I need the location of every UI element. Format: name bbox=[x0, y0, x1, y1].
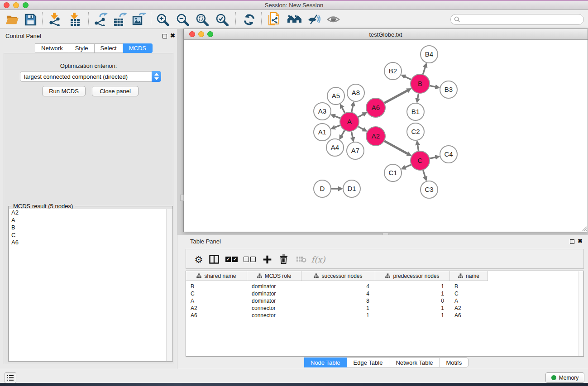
graph-edge[interactable] bbox=[417, 145, 418, 151]
hide-graphics-button[interactable] bbox=[306, 12, 322, 27]
zoom-out-button[interactable] bbox=[175, 12, 190, 27]
table-cell[interactable]: A bbox=[186, 297, 247, 305]
table-tab[interactable]: Node Table bbox=[304, 357, 347, 367]
search-box[interactable] bbox=[450, 14, 584, 25]
control-panel-tab[interactable]: Select bbox=[95, 43, 123, 53]
table-cell[interactable]: A6 bbox=[186, 312, 247, 319]
graph-edge[interactable] bbox=[358, 114, 363, 117]
network-titlebar[interactable]: testGlobe.txt bbox=[184, 29, 588, 40]
graph-edge[interactable] bbox=[405, 76, 411, 79]
table-row[interactable]: A6connector11A6 bbox=[186, 312, 583, 319]
select-all-button[interactable] bbox=[224, 252, 239, 267]
ndex-import-button[interactable] bbox=[266, 12, 282, 27]
close-table-panel-icon[interactable]: ✖ bbox=[578, 238, 583, 244]
task-history-button[interactable] bbox=[5, 372, 16, 383]
column-header[interactable]: successor nodes bbox=[301, 271, 375, 281]
table-tab[interactable]: Edge Table bbox=[347, 357, 390, 367]
mcds-result-item[interactable]: C bbox=[9, 232, 172, 239]
apply-layout-button[interactable] bbox=[241, 12, 257, 27]
graph-edge[interactable] bbox=[351, 132, 353, 138]
graph-edge[interactable] bbox=[342, 108, 345, 113]
network-canvas[interactable]: B4B2BB3A8A5A6A3B1AA1C2A2A4A7C4CC1C3DD1 bbox=[184, 40, 588, 232]
table-cell[interactable]: dominator bbox=[247, 283, 301, 290]
export-table-button[interactable] bbox=[112, 12, 127, 27]
table-cell[interactable]: connector bbox=[247, 305, 301, 312]
graph-edge[interactable] bbox=[384, 91, 407, 103]
column-header[interactable]: MCDS role bbox=[247, 271, 301, 281]
resize-grip-icon[interactable] bbox=[581, 225, 587, 231]
graph-edge[interactable] bbox=[423, 67, 425, 74]
table-cell[interactable]: 1 bbox=[375, 312, 450, 319]
mcds-result-item[interactable]: A6 bbox=[9, 239, 172, 247]
table-cell[interactable]: B bbox=[186, 283, 247, 290]
table-cell[interactable]: 4 bbox=[301, 290, 375, 297]
table-cell[interactable]: 1 bbox=[301, 305, 375, 312]
search-input[interactable] bbox=[460, 15, 583, 24]
delete-row-button[interactable] bbox=[276, 252, 291, 267]
table-cell[interactable]: C bbox=[186, 290, 247, 297]
table-cell[interactable]: A2 bbox=[450, 305, 488, 312]
table-row[interactable]: Adominator80A bbox=[186, 297, 583, 305]
control-panel-tab[interactable]: MCDS bbox=[123, 43, 153, 53]
table-cell[interactable]: 0 bbox=[375, 297, 450, 305]
open-session-button[interactable] bbox=[5, 12, 20, 27]
table-row[interactable]: A2connector11A2 bbox=[186, 305, 583, 312]
table-tab[interactable]: Network Table bbox=[389, 357, 440, 367]
table-cell[interactable]: A bbox=[450, 297, 488, 305]
run-mcds-button[interactable]: Run MCDS bbox=[42, 86, 86, 96]
close-panel-icon[interactable]: ✖ bbox=[170, 32, 175, 39]
list-scrollbar[interactable] bbox=[166, 209, 172, 361]
table-cell[interactable]: dominator bbox=[247, 290, 301, 297]
table-cell[interactable]: 1 bbox=[375, 290, 450, 297]
criterion-dropdown[interactable]: largest connected component (directed) bbox=[20, 71, 161, 82]
table-cell[interactable]: connector bbox=[247, 312, 301, 319]
zoom-selected-button[interactable] bbox=[214, 12, 229, 27]
close-panel-button[interactable]: Close panel bbox=[92, 86, 139, 96]
zoom-in-button[interactable] bbox=[155, 12, 170, 27]
control-panel-tab[interactable]: Network bbox=[35, 43, 69, 53]
table-cell[interactable]: A2 bbox=[186, 305, 247, 312]
table-cell[interactable]: 1 bbox=[375, 305, 450, 312]
save-session-button[interactable] bbox=[23, 12, 38, 27]
control-panel-tab[interactable]: Style bbox=[69, 43, 95, 53]
graph-edge[interactable] bbox=[335, 125, 340, 128]
cybrowser-button[interactable] bbox=[287, 12, 302, 27]
graph-edge[interactable] bbox=[335, 116, 340, 118]
delete-table-button[interactable] bbox=[294, 252, 309, 267]
network-graph[interactable]: B4B2BB3A8A5A6A3B1AA1C2A2A4A7C4CC1C3DD1 bbox=[184, 40, 588, 232]
export-image-button[interactable] bbox=[131, 12, 146, 27]
table-cell[interactable]: C bbox=[450, 290, 488, 297]
graph-edge[interactable] bbox=[418, 94, 419, 99]
table-cell[interactable]: A6 bbox=[450, 312, 488, 319]
import-network-button[interactable] bbox=[47, 12, 62, 27]
splitter-handle[interactable] bbox=[180, 195, 184, 201]
mcds-result-list[interactable]: A2 A B C A6 bbox=[9, 209, 172, 361]
function-builder-button[interactable]: f(x) bbox=[309, 252, 327, 267]
add-row-button[interactable] bbox=[260, 252, 274, 267]
table-row[interactable]: Cdominator41C bbox=[186, 290, 583, 297]
export-network-button[interactable] bbox=[93, 12, 108, 27]
graph-edge[interactable] bbox=[430, 157, 435, 158]
table-row[interactable]: Bdominator41B bbox=[186, 283, 583, 290]
table-cell[interactable]: dominator bbox=[247, 297, 301, 305]
table-cell[interactable]: 1 bbox=[301, 312, 375, 319]
graph-edge[interactable] bbox=[358, 127, 363, 129]
float-table-panel-icon[interactable] bbox=[570, 239, 574, 244]
float-panel-icon[interactable] bbox=[163, 34, 167, 38]
graph-edge[interactable] bbox=[405, 165, 411, 167]
mcds-result-item[interactable]: A bbox=[9, 217, 172, 224]
zoom-fit-button[interactable] bbox=[194, 12, 210, 27]
mcds-result-item[interactable]: B bbox=[9, 224, 172, 232]
table-cell[interactable]: 4 bbox=[301, 283, 375, 290]
graph-edge[interactable] bbox=[430, 86, 436, 87]
show-graphics-button[interactable] bbox=[326, 12, 341, 27]
table-cell[interactable]: B bbox=[450, 283, 488, 290]
table-cell[interactable]: 8 bbox=[301, 297, 375, 305]
column-header[interactable]: name bbox=[450, 271, 488, 281]
column-header[interactable]: predecessor nodes bbox=[375, 271, 450, 281]
graph-edge[interactable] bbox=[423, 170, 425, 177]
table-options-button[interactable]: ⚙ bbox=[191, 252, 206, 267]
table-cell[interactable]: 1 bbox=[375, 283, 450, 290]
import-table-button[interactable] bbox=[67, 12, 82, 27]
column-header[interactable]: shared name bbox=[186, 271, 247, 281]
